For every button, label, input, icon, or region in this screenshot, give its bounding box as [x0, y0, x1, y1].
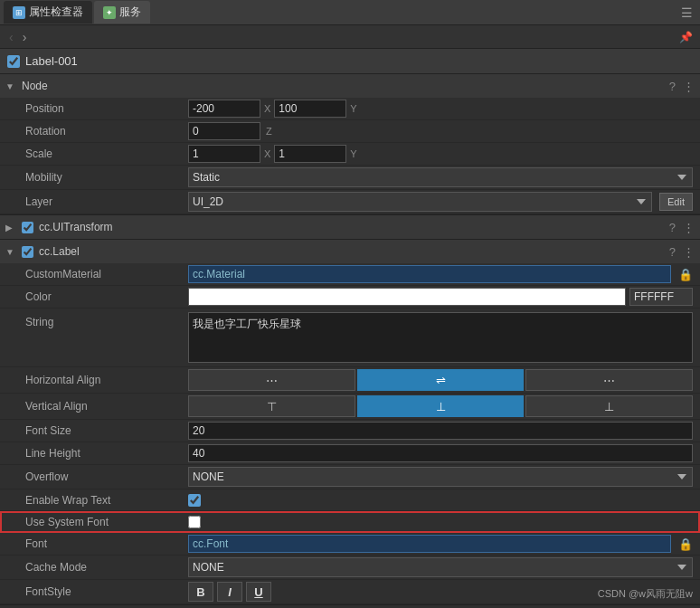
cclabel-header-right: ? ⋮ — [669, 245, 695, 259]
mobility-value: Static — [188, 167, 693, 187]
lineheight-row: Line Height — [0, 442, 700, 465]
custommaterial-value: 🔒 — [188, 265, 693, 283]
custommaterial-label: CustomMaterial — [25, 268, 188, 280]
component-title: Label-001 — [25, 54, 78, 68]
uitransform-section-header[interactable]: ▶ cc.UITransform ? ⋮ — [0, 215, 700, 239]
mobility-label: Mobility — [25, 171, 188, 184]
lineheight-input[interactable] — [188, 444, 693, 462]
rotation-z-input[interactable] — [188, 122, 260, 140]
cclabel-section-header[interactable]: ▼ cc.Label ? ⋮ — [0, 240, 700, 263]
enablewrap-label: Enable Wrap Text — [25, 494, 188, 507]
layer-edit-btn[interactable]: Edit — [659, 193, 693, 211]
position-label: Position — [25, 102, 188, 115]
vertical-align-row: Vertical Align ⊤ ⊥ ⊥ — [0, 394, 700, 420]
valign-bottom-btn[interactable]: ⊥ — [525, 395, 693, 417]
nav-left: ‹ › — [7, 28, 28, 46]
position-y-pair: Y — [274, 100, 356, 118]
scale-x-input[interactable] — [188, 145, 260, 163]
layer-value: UI_2D Edit — [188, 192, 693, 212]
halign-right-btn[interactable]: ⋯ — [525, 369, 693, 391]
font-input[interactable] — [188, 535, 671, 553]
font-value: 🔒 — [188, 535, 693, 553]
services-icon: ✦ — [103, 6, 116, 19]
section-header-left: ▼ Node — [5, 80, 48, 92]
string-textarea[interactable]: 我是也字工厂快乐星球 — [188, 312, 693, 363]
uitransform-more-icon[interactable]: ⋮ — [683, 221, 695, 234]
layer-row: Layer UI_2D Edit — [0, 190, 700, 214]
cachemode-value: NONE BITMAP CHAR — [188, 557, 693, 577]
node-more-icon[interactable]: ⋮ — [683, 80, 695, 93]
color-label: Color — [25, 290, 188, 303]
uitransform-checkbox[interactable] — [22, 222, 33, 233]
color-row: Color — [0, 286, 700, 309]
cachemode-label: Cache Mode — [25, 561, 188, 574]
overflow-row: Overflow NONE CLAMP SHRINK RESIZE_HEIGHT — [0, 465, 700, 489]
nav-forward-btn[interactable]: › — [21, 28, 29, 46]
uitransform-header-left: ▶ cc.UITransform — [5, 221, 113, 233]
font-row: Font 🔒 — [0, 533, 700, 556]
custommaterial-row: CustomMaterial 🔒 — [0, 263, 700, 286]
horizontal-align-value: ⋯ ⇌ ⋯ — [188, 369, 693, 391]
fontsize-value — [188, 422, 693, 440]
node-title: Node — [22, 80, 48, 92]
custommaterial-input[interactable] — [188, 265, 671, 283]
valign-top-btn[interactable]: ⊤ — [188, 395, 355, 417]
nav-back-btn[interactable]: ‹ — [7, 28, 15, 46]
node-section: ▼ Node ? ⋮ Position X Y Rotation Z — [0, 74, 700, 215]
uitransform-arrow: ▶ — [5, 223, 16, 233]
component-enabled-checkbox[interactable] — [7, 55, 20, 68]
position-value: X Y — [188, 100, 693, 118]
cclabel-checkbox[interactable] — [22, 246, 33, 258]
layer-select[interactable]: UI_2D — [188, 192, 652, 212]
valign-middle-btn[interactable]: ⊥ — [357, 395, 525, 417]
scale-label: Scale — [25, 147, 188, 160]
scale-y-input[interactable] — [274, 145, 346, 163]
position-y-input[interactable] — [274, 100, 346, 118]
cclabel-help-icon[interactable]: ? — [669, 245, 676, 259]
node-help-icon[interactable]: ? — [669, 80, 676, 93]
pin-icon[interactable]: 📌 — [679, 31, 693, 43]
usesystemfont-row: Use System Font — [0, 511, 700, 533]
menu-icon[interactable]: ☰ — [677, 4, 696, 22]
rotation-z-pair: Z — [188, 122, 693, 140]
overflow-select[interactable]: NONE CLAMP SHRINK RESIZE_HEIGHT — [188, 467, 693, 487]
mobility-select[interactable]: Static — [188, 167, 693, 187]
font-lock-icon: 🔒 — [678, 537, 693, 551]
scale-value: X Y — [188, 145, 693, 163]
uitransform-section: ▶ cc.UITransform ? ⋮ — [0, 215, 700, 240]
usesystemfont-label: Use System Font — [25, 516, 188, 528]
usesystemfont-checkbox[interactable] — [188, 516, 201, 528]
underline-btn[interactable]: U — [246, 582, 271, 602]
scale-x-label: X — [264, 148, 270, 159]
tab-properties[interactable]: ⊞ 属性检查器 — [4, 1, 92, 24]
cclabel-section: ▼ cc.Label ? ⋮ CustomMaterial 🔒 Color St… — [0, 240, 700, 605]
scale-row: Scale X Y — [0, 143, 700, 166]
halign-left-btn[interactable]: ⋯ — [188, 369, 355, 391]
enablewrap-checkbox[interactable] — [188, 494, 201, 507]
position-x-input[interactable] — [188, 100, 260, 118]
enablewrap-row: Enable Wrap Text — [0, 489, 700, 511]
vertical-align-label: Vertical Align — [25, 400, 188, 413]
cclabel-more-icon[interactable]: ⋮ — [683, 245, 695, 259]
properties-icon: ⊞ — [13, 6, 25, 19]
italic-btn[interactable]: I — [217, 582, 242, 602]
uitransform-title: cc.UITransform — [39, 221, 113, 233]
uitransform-help-icon[interactable]: ? — [669, 221, 676, 234]
cachemode-row: Cache Mode NONE BITMAP CHAR — [0, 556, 700, 580]
node-arrow: ▼ — [5, 81, 16, 91]
bold-btn[interactable]: B — [188, 582, 213, 602]
custommaterial-lock-icon: 🔒 — [678, 268, 693, 281]
color-hex-input[interactable] — [629, 288, 693, 306]
node-section-header[interactable]: ▼ Node ? ⋮ — [0, 74, 700, 98]
tab-services[interactable]: ✦ 服务 — [94, 1, 150, 24]
overflow-value: NONE CLAMP SHRINK RESIZE_HEIGHT — [188, 467, 693, 487]
x-label: X — [264, 103, 270, 114]
cachemode-select[interactable]: NONE BITMAP CHAR — [188, 557, 693, 577]
horizontal-align-row: Horizontal Align ⋯ ⇌ ⋯ — [0, 367, 700, 394]
vertical-align-value: ⊤ ⊥ ⊥ — [188, 395, 693, 417]
cclabel-arrow: ▼ — [5, 247, 16, 257]
tab-properties-label: 属性检查器 — [29, 5, 83, 20]
color-swatch[interactable] — [188, 288, 626, 306]
halign-center-btn[interactable]: ⇌ — [357, 369, 525, 391]
fontsize-input[interactable] — [188, 422, 693, 440]
